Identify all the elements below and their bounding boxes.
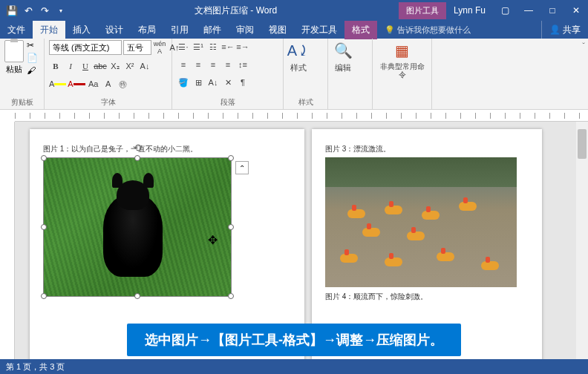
format-painter-icon[interactable]: 🖌	[27, 65, 38, 76]
resize-handle-ne[interactable]	[228, 155, 234, 161]
tab-view[interactable]: 视图	[261, 21, 294, 39]
tab-insert[interactable]: 插入	[65, 21, 98, 39]
decrease-font-icon[interactable]: A↓	[138, 59, 151, 73]
tab-review[interactable]: 审阅	[229, 21, 261, 39]
qat-dropdown-icon[interactable]: ▾	[55, 4, 67, 16]
wen-button[interactable]: wénA	[153, 41, 166, 54]
user-name[interactable]: Lynn Fu	[446, 5, 493, 16]
vertical-scrollbar[interactable]	[576, 122, 588, 359]
decrease-indent-button[interactable]: ≡←	[221, 40, 235, 53]
group-styles: A⤸ 样式 样式	[284, 39, 328, 109]
quick-access-toolbar: 💾 ↶ ↷ ▾	[0, 4, 73, 16]
font-size-combo[interactable]	[123, 40, 151, 55]
instruction-banner: 选中图片→【图片工具-格式】→调整→压缩图片。	[127, 324, 461, 356]
justify-button[interactable]: ≡	[221, 58, 235, 71]
resize-handle-nw[interactable]	[41, 155, 47, 161]
numbering-button[interactable]: ☰¹	[192, 40, 205, 53]
horizontal-ruler[interactable]	[15, 110, 588, 122]
collapse-ribbon-icon[interactable]: ˇ	[582, 42, 585, 50]
change-case-button[interactable]: Aa	[87, 77, 100, 91]
tab-references[interactable]: 引用	[163, 21, 196, 39]
image-dog	[44, 158, 231, 296]
share-button[interactable]: 👤 共享	[541, 21, 588, 39]
font-color-button[interactable]: A	[68, 77, 85, 91]
font-name-combo[interactable]	[49, 40, 122, 55]
tell-me-search[interactable]: 💡 告诉我你想要做什么	[377, 24, 541, 36]
tab-layout[interactable]: 布局	[131, 21, 163, 39]
find-icon: 🔍	[333, 40, 353, 61]
sort-button[interactable]: A↓	[206, 76, 220, 89]
align-right-button[interactable]: ≡	[206, 58, 220, 71]
italic-button[interactable]: I	[64, 59, 77, 73]
strikethrough-button[interactable]: abc	[94, 59, 107, 73]
borders-button[interactable]: ⊞	[192, 76, 205, 89]
group-font: wénA A↑ B I U abc X₂ X² A↓ A A Aa A ㊕ 字体	[45, 39, 172, 109]
caption-4[interactable]: 图片 4：顺流而下，惊险刺激。	[325, 292, 529, 302]
resize-handle-e[interactable]	[228, 224, 234, 230]
undo-icon[interactable]: ↶	[22, 4, 34, 16]
tab-developer[interactable]: 开发工具	[294, 21, 344, 39]
paste-button[interactable]: 粘贴	[4, 40, 24, 75]
tab-design[interactable]: 设计	[98, 21, 131, 39]
align-center-button[interactable]: ≡	[192, 58, 205, 71]
copy-icon[interactable]: 📄	[27, 53, 38, 63]
selected-image[interactable]: ⟲ ⌃	[43, 157, 232, 297]
group-addins: ▦ 非典型常用命令	[373, 39, 432, 109]
save-icon[interactable]: 💾	[6, 4, 18, 16]
group-label-editing	[333, 98, 368, 108]
increase-indent-button[interactable]: ≡→	[236, 40, 249, 53]
multilevel-button[interactable]: ☷	[206, 40, 220, 53]
tab-mailings[interactable]: 邮件	[196, 21, 229, 39]
ribbon: 粘贴 ✂ 📄 🖌 剪贴板 wénA A↑ B I U abc X₂	[0, 39, 588, 110]
shading-button[interactable]: 🪣	[177, 76, 190, 89]
status-bar: 第 1 页，共 3 页	[0, 359, 588, 374]
caption-3[interactable]: 图片 3：漂流激流。	[325, 144, 529, 154]
group-clipboard: 粘贴 ✂ 📄 🖌 剪贴板	[0, 39, 45, 109]
ribbon-options-icon[interactable]: ▢	[493, 0, 517, 21]
subscript-button[interactable]: X₂	[108, 59, 122, 73]
asian-layout-button[interactable]: ✕	[221, 76, 235, 89]
char-shading-button[interactable]: A	[102, 77, 115, 91]
resize-handle-se[interactable]	[228, 293, 234, 299]
tab-format[interactable]: 格式	[344, 21, 377, 39]
superscript-button[interactable]: X²	[123, 59, 137, 73]
image-rafting[interactable]	[325, 157, 517, 287]
cut-icon[interactable]: ✂	[27, 40, 38, 50]
tab-home[interactable]: 开始	[33, 21, 65, 39]
addins-button[interactable]: ▦ 非典型常用命令	[377, 40, 427, 79]
group-label-addins	[377, 98, 427, 108]
styles-button[interactable]: A⤸ 样式	[288, 40, 309, 73]
paste-icon	[4, 40, 24, 62]
maximize-icon[interactable]: □	[540, 0, 564, 21]
underline-button[interactable]: U	[79, 59, 92, 73]
tab-file[interactable]: 文件	[0, 21, 33, 39]
minimize-icon[interactable]: —	[517, 0, 540, 21]
bold-button[interactable]: B	[49, 59, 62, 73]
bullets-button[interactable]: ☰·	[177, 40, 190, 53]
group-editing: 🔍 编辑	[328, 39, 373, 109]
resize-handle-s[interactable]	[134, 293, 140, 299]
show-marks-button[interactable]: ¶	[236, 76, 249, 89]
rotate-handle-icon[interactable]: ⟲	[133, 142, 142, 154]
redo-icon[interactable]: ↷	[39, 4, 50, 16]
page-indicator[interactable]: 第 1 页，共 3 页	[6, 361, 65, 373]
layout-options-icon[interactable]: ⌃	[235, 161, 249, 174]
styles-icon: A⤸	[288, 40, 309, 61]
resize-handle-sw[interactable]	[41, 293, 47, 299]
enclose-chars-button[interactable]: ㊕	[117, 77, 130, 91]
resize-handle-w[interactable]	[41, 224, 47, 230]
contextual-tab-label: 图片工具	[399, 2, 446, 19]
caption-1[interactable]: 图片 1：以为自己是兔子，一直不动的小二黑。	[43, 144, 291, 154]
window-controls: ▢ — □ ✕	[493, 0, 588, 21]
close-icon[interactable]: ✕	[564, 0, 588, 21]
group-label-paragraph: 段落	[177, 96, 278, 108]
vertical-ruler[interactable]	[0, 122, 15, 359]
highlight-button[interactable]: A	[49, 77, 66, 91]
group-paragraph: ☰· ☰¹ ☷ ≡← ≡→ ≡ ≡ ≡ ≡ ↕≡ 🪣 ⊞ A↓ ✕ ¶ 段落	[172, 39, 284, 109]
line-spacing-button[interactable]: ↕≡	[236, 58, 249, 71]
scrollbar-thumb[interactable]	[578, 129, 587, 159]
editing-button[interactable]: 🔍 编辑	[333, 40, 353, 73]
resize-handle-n[interactable]	[134, 155, 140, 161]
align-left-button[interactable]: ≡	[177, 58, 190, 71]
ribbon-tabs: 文件 开始 插入 设计 布局 引用 邮件 审阅 视图 开发工具 格式 💡 告诉我…	[0, 21, 588, 39]
